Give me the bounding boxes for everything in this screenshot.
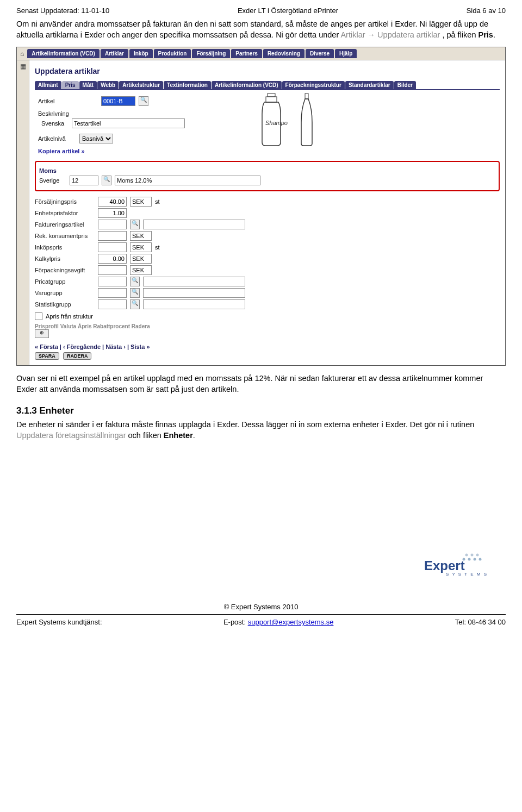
svg-point-4 — [465, 554, 468, 557]
add-row-button[interactable]: ⊕ — [35, 329, 49, 338]
row-value-input[interactable] — [98, 254, 127, 264]
search-icon[interactable]: 🔍 — [139, 96, 148, 106]
paragraph-enheter: De enheter ni sänder i er faktura måste … — [0, 417, 522, 445]
row-label: Statistikgrupp — [35, 301, 95, 308]
row-desc — [143, 288, 245, 298]
doc-header: Senast Uppdaterad: 11-01-10 Exder LT i Ö… — [0, 0, 522, 17]
page-footer: Expert S Y S T E M S © Expert Systems 20… — [0, 570, 522, 637]
sverige-desc — [115, 176, 260, 185]
grid-icon[interactable]: ▦ — [20, 63, 26, 70]
svenska-input[interactable] — [72, 118, 185, 128]
form-top: Shampo Artikel 🔍 Beskrivning Svensk — [35, 89, 500, 159]
menu-tab[interactable]: Artiklar — [101, 49, 128, 58]
side-strip: ▦ — [17, 60, 29, 365]
menu-tab[interactable]: Artikelinformation (VCD) — [27, 49, 100, 58]
delete-button[interactable]: RADERA — [63, 352, 92, 360]
bottle-icon — [296, 92, 318, 147]
beskrivning-label: Beskrivning — [38, 110, 98, 117]
para1-grey: Artiklar → Uppdatera artiklar — [340, 30, 440, 39]
para3bold: Enheter — [164, 431, 193, 440]
save-button[interactable]: SPARA — [35, 352, 59, 360]
sub-tab[interactable]: Mått — [79, 81, 97, 89]
apris-checkbox[interactable] — [35, 313, 42, 320]
support-email-link[interactable]: support@expertsystems.se — [248, 618, 334, 626]
para3b: och fliken — [128, 431, 164, 440]
sub-tab[interactable]: Textinformation — [164, 81, 211, 89]
menu-tab[interactable]: Diverse — [306, 49, 334, 58]
sub-tab[interactable]: Allmänt — [35, 81, 61, 89]
home-icon[interactable]: ⌂ — [20, 50, 24, 58]
row-unit — [130, 242, 152, 252]
row-unit — [130, 254, 152, 264]
price-row: Varugrupp🔍 — [35, 288, 500, 298]
row-value-input[interactable] — [98, 277, 127, 286]
menu-tab[interactable]: Partners — [231, 49, 262, 58]
row-label: Förpackningsavgift — [35, 267, 95, 273]
price-row: Faktureringsartikel🔍 — [35, 220, 500, 229]
para3a: De enheter ni sänder i er faktura måste … — [16, 420, 474, 429]
svg-text:Shampo: Shampo — [265, 120, 288, 126]
app-screenshot: ⌂ Artikelinformation (VCD)ArtiklarInköpP… — [16, 47, 506, 366]
svenska-label: Svenska — [41, 120, 69, 127]
sverige-label: Sverige — [39, 177, 66, 184]
row-value-input[interactable] — [98, 288, 127, 298]
search-icon[interactable]: 🔍 — [102, 176, 111, 185]
menu-tab[interactable]: Försäljning — [192, 49, 230, 58]
row-desc — [143, 277, 245, 286]
sub-tab[interactable]: Webb — [97, 81, 119, 89]
menu-tab[interactable]: Redovisning — [263, 49, 304, 58]
menu-tabs: Artikelinformation (VCD)ArtiklarInköpPro… — [27, 49, 357, 58]
price-row: Försäljningsprisst — [35, 197, 500, 207]
niva-select[interactable]: Basnivå — [79, 134, 113, 143]
row-value-input[interactable] — [98, 299, 127, 309]
svg-text:S Y S T E M S: S Y S T E M S — [446, 572, 488, 577]
row-value-input[interactable] — [98, 208, 127, 218]
copyright: © Expert Systems 2010 — [16, 603, 506, 611]
row-value-input[interactable] — [98, 265, 127, 275]
row-label: Försäljningspris — [35, 198, 95, 205]
menu-tab[interactable]: Hjälp — [335, 49, 357, 58]
niva-label: Artikelnivå — [38, 135, 76, 142]
moms-header: Moms — [39, 167, 495, 174]
row-value-input[interactable] — [98, 231, 127, 241]
menu-tab[interactable]: Inköp — [129, 49, 153, 58]
topbar: ⌂ Artikelinformation (VCD)ArtiklarInköpP… — [17, 47, 505, 60]
row-value-input[interactable] — [98, 197, 127, 207]
price-row: Kalkylpris — [35, 254, 500, 264]
kopiera-link[interactable]: Kopiera artikel » — [38, 148, 496, 154]
svg-point-8 — [468, 558, 471, 561]
search-icon[interactable]: 🔍 — [130, 299, 140, 309]
page-title: Uppdatera artiklar — [35, 67, 500, 76]
search-icon[interactable]: 🔍 — [130, 220, 140, 229]
sub-tab[interactable]: Artikelinformation (VCD) — [212, 81, 282, 89]
search-icon[interactable]: 🔍 — [130, 288, 140, 298]
search-icon[interactable]: 🔍 — [130, 277, 140, 286]
sub-tabs: AllmäntPrisMåttWebbArtikelstrukturTextin… — [35, 81, 500, 89]
row-value-input[interactable] — [98, 220, 127, 229]
price-row: Pricatgrupp🔍 — [35, 277, 500, 286]
sub-tab[interactable]: Standardartiklar — [345, 81, 394, 89]
footer-right: Tel: 08-46 34 00 — [455, 618, 506, 626]
row-desc — [143, 220, 245, 229]
paragraph-example: Ovan ser ni ett exempel på en artikel up… — [0, 371, 522, 399]
svg-point-10 — [479, 558, 482, 561]
header-left: Senast Uppdaterad: 11-01-10 — [16, 7, 109, 15]
row-label: Faktureringsartikel — [35, 221, 95, 228]
header-right: Sida 6 av 10 — [467, 7, 506, 15]
price-rows: FörsäljningsprisstEnhetsprisfaktorFaktur… — [35, 197, 500, 309]
sub-tab[interactable]: Artikelstruktur — [119, 81, 163, 89]
moms-box: Moms Sverige 🔍 — [35, 161, 500, 191]
sub-tab[interactable]: Förpackningsstruktur — [282, 81, 345, 89]
shampoo-icon: Shampo — [252, 92, 290, 147]
record-nav[interactable]: « Första | ‹ Föregående | Nästa › | Sist… — [35, 343, 500, 350]
price-row: Enhetsprisfaktor — [35, 208, 500, 218]
row-value-input[interactable] — [98, 242, 127, 252]
sverige-input[interactable] — [70, 176, 98, 185]
sub-tab[interactable]: Pris — [62, 81, 79, 89]
sub-tab[interactable]: Bilder — [394, 81, 416, 89]
menu-tab[interactable]: Produktion — [154, 49, 191, 58]
row-label: Enhetsprisfaktor — [35, 210, 95, 216]
artikel-input[interactable] — [101, 96, 135, 106]
svg-rect-1 — [266, 97, 277, 102]
price-profile-header: Prisprofil Valuta Ápris Rabattprocent Ra… — [35, 323, 500, 329]
